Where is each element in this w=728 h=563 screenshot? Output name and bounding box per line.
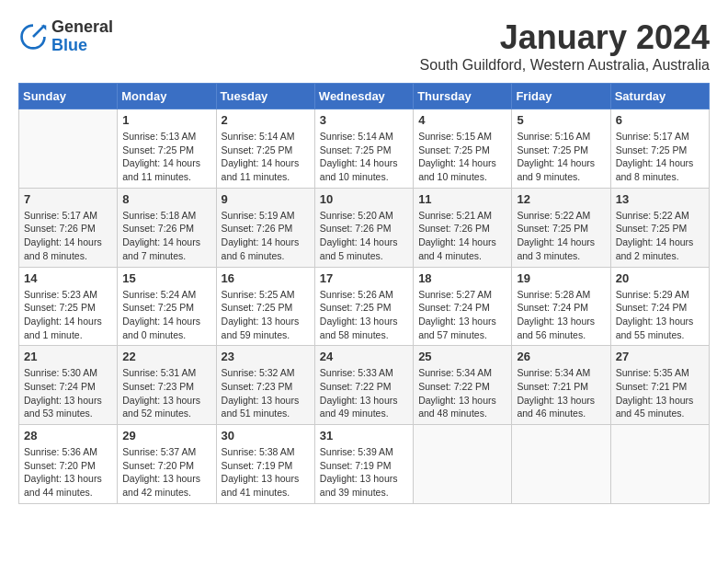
day-info: Sunrise: 5:22 AM Sunset: 7:25 PM Dayligh… — [517, 209, 605, 263]
header-thursday: Thursday — [414, 84, 512, 109]
calendar-week-3: 14Sunrise: 5:23 AM Sunset: 7:25 PM Dayli… — [19, 267, 710, 346]
calendar-cell: 26Sunrise: 5:34 AM Sunset: 7:21 PM Dayli… — [512, 346, 610, 425]
calendar-week-2: 7Sunrise: 5:17 AM Sunset: 7:26 PM Daylig… — [19, 188, 710, 267]
calendar-cell: 4Sunrise: 5:15 AM Sunset: 7:25 PM Daylig… — [414, 109, 512, 189]
day-info: Sunrise: 5:15 AM Sunset: 7:25 PM Dayligh… — [418, 130, 506, 184]
calendar-cell — [414, 425, 512, 504]
logo: General Blue — [18, 18, 113, 55]
header-tuesday: Tuesday — [216, 84, 314, 109]
day-number: 18 — [418, 271, 506, 285]
calendar-cell: 27Sunrise: 5:35 AM Sunset: 7:21 PM Dayli… — [610, 346, 709, 425]
header-friday: Friday — [512, 84, 610, 109]
calendar-cell: 14Sunrise: 5:23 AM Sunset: 7:25 PM Dayli… — [19, 267, 118, 346]
day-number: 19 — [517, 271, 605, 285]
calendar-cell: 5Sunrise: 5:16 AM Sunset: 7:25 PM Daylig… — [512, 109, 610, 189]
day-number: 16 — [222, 271, 310, 285]
calendar-cell: 8Sunrise: 5:18 AM Sunset: 7:26 PM Daylig… — [118, 188, 216, 267]
day-info: Sunrise: 5:26 AM Sunset: 7:25 PM Dayligh… — [320, 288, 408, 342]
day-number: 14 — [24, 271, 112, 285]
header-sunday: Sunday — [19, 84, 118, 109]
day-number: 29 — [122, 429, 210, 442]
day-number: 11 — [418, 192, 506, 206]
day-number: 20 — [616, 271, 704, 285]
calendar-cell: 19Sunrise: 5:28 AM Sunset: 7:24 PM Dayli… — [512, 267, 610, 346]
day-info: Sunrise: 5:27 AM Sunset: 7:24 PM Dayligh… — [418, 288, 506, 342]
day-number: 8 — [122, 192, 210, 206]
calendar-header: SundayMondayTuesdayWednesdayThursdayFrid… — [19, 84, 710, 109]
day-number: 1 — [122, 113, 210, 127]
day-info: Sunrise: 5:14 AM Sunset: 7:25 PM Dayligh… — [320, 130, 408, 184]
header-saturday: Saturday — [610, 84, 709, 109]
calendar-cell: 30Sunrise: 5:38 AM Sunset: 7:19 PM Dayli… — [216, 425, 314, 504]
calendar-cell: 10Sunrise: 5:20 AM Sunset: 7:26 PM Dayli… — [314, 188, 413, 267]
day-info: Sunrise: 5:17 AM Sunset: 7:26 PM Dayligh… — [24, 209, 112, 263]
day-info: Sunrise: 5:21 AM Sunset: 7:26 PM Dayligh… — [418, 209, 506, 263]
calendar-cell: 13Sunrise: 5:22 AM Sunset: 7:25 PM Dayli… — [610, 188, 709, 267]
day-number: 3 — [320, 113, 408, 127]
day-number: 12 — [517, 192, 605, 206]
day-info: Sunrise: 5:17 AM Sunset: 7:25 PM Dayligh… — [616, 130, 704, 184]
day-number: 17 — [320, 271, 408, 285]
day-number: 21 — [24, 350, 112, 363]
calendar-table: SundayMondayTuesdayWednesdayThursdayFrid… — [18, 83, 710, 504]
day-info: Sunrise: 5:14 AM Sunset: 7:25 PM Dayligh… — [222, 130, 310, 184]
calendar-cell: 2Sunrise: 5:14 AM Sunset: 7:25 PM Daylig… — [216, 109, 314, 189]
calendar-cell: 21Sunrise: 5:30 AM Sunset: 7:24 PM Dayli… — [19, 346, 118, 425]
day-info: Sunrise: 5:35 AM Sunset: 7:21 PM Dayligh… — [616, 366, 704, 420]
calendar-cell: 23Sunrise: 5:32 AM Sunset: 7:23 PM Dayli… — [216, 346, 314, 425]
calendar-cell — [610, 425, 709, 504]
calendar-cell — [512, 425, 610, 504]
day-number: 22 — [122, 350, 210, 363]
calendar-cell: 29Sunrise: 5:37 AM Sunset: 7:20 PM Dayli… — [118, 425, 216, 504]
day-number: 6 — [616, 113, 704, 127]
day-number: 26 — [517, 350, 605, 363]
day-info: Sunrise: 5:16 AM Sunset: 7:25 PM Dayligh… — [517, 130, 605, 184]
day-info: Sunrise: 5:34 AM Sunset: 7:22 PM Dayligh… — [418, 366, 506, 420]
day-info: Sunrise: 5:13 AM Sunset: 7:25 PM Dayligh… — [122, 130, 210, 184]
header-wednesday: Wednesday — [314, 84, 413, 109]
day-number: 10 — [320, 192, 408, 206]
calendar-cell: 11Sunrise: 5:21 AM Sunset: 7:26 PM Dayli… — [414, 188, 512, 267]
day-number: 28 — [24, 429, 112, 442]
calendar-cell — [19, 109, 118, 189]
calendar-cell: 25Sunrise: 5:34 AM Sunset: 7:22 PM Dayli… — [414, 346, 512, 425]
day-info: Sunrise: 5:25 AM Sunset: 7:25 PM Dayligh… — [222, 288, 310, 342]
title-block: January 2024 South Guildford, Western Au… — [420, 18, 710, 74]
day-info: Sunrise: 5:37 AM Sunset: 7:20 PM Dayligh… — [122, 445, 210, 500]
day-info: Sunrise: 5:18 AM Sunset: 7:26 PM Dayligh… — [122, 209, 210, 263]
calendar-week-4: 21Sunrise: 5:30 AM Sunset: 7:24 PM Dayli… — [19, 346, 710, 425]
day-number: 30 — [222, 429, 310, 442]
day-number: 24 — [320, 350, 408, 363]
day-info: Sunrise: 5:31 AM Sunset: 7:23 PM Dayligh… — [122, 366, 210, 420]
day-info: Sunrise: 5:28 AM Sunset: 7:24 PM Dayligh… — [517, 288, 605, 342]
calendar-cell: 16Sunrise: 5:25 AM Sunset: 7:25 PM Dayli… — [216, 267, 314, 346]
day-number: 15 — [122, 271, 210, 285]
day-info: Sunrise: 5:24 AM Sunset: 7:25 PM Dayligh… — [122, 288, 210, 342]
day-number: 31 — [320, 429, 408, 442]
day-number: 25 — [418, 350, 506, 363]
day-info: Sunrise: 5:29 AM Sunset: 7:24 PM Dayligh… — [616, 288, 704, 342]
day-number: 27 — [616, 350, 704, 363]
header-monday: Monday — [118, 84, 216, 109]
day-number: 23 — [222, 350, 310, 363]
calendar-cell: 3Sunrise: 5:14 AM Sunset: 7:25 PM Daylig… — [314, 109, 413, 189]
calendar-cell: 6Sunrise: 5:17 AM Sunset: 7:25 PM Daylig… — [610, 109, 709, 189]
day-info: Sunrise: 5:38 AM Sunset: 7:19 PM Dayligh… — [222, 445, 310, 500]
calendar-cell: 28Sunrise: 5:36 AM Sunset: 7:20 PM Dayli… — [19, 425, 118, 504]
day-number: 2 — [222, 113, 310, 127]
calendar-cell: 15Sunrise: 5:24 AM Sunset: 7:25 PM Dayli… — [118, 267, 216, 346]
day-info: Sunrise: 5:36 AM Sunset: 7:20 PM Dayligh… — [24, 445, 112, 500]
day-info: Sunrise: 5:39 AM Sunset: 7:19 PM Dayligh… — [320, 445, 408, 500]
calendar-cell: 7Sunrise: 5:17 AM Sunset: 7:26 PM Daylig… — [19, 188, 118, 267]
day-number: 9 — [222, 192, 310, 206]
day-info: Sunrise: 5:32 AM Sunset: 7:23 PM Dayligh… — [222, 366, 310, 420]
calendar-cell: 9Sunrise: 5:19 AM Sunset: 7:26 PM Daylig… — [216, 188, 314, 267]
day-number: 7 — [24, 192, 112, 206]
calendar-cell: 1Sunrise: 5:13 AM Sunset: 7:25 PM Daylig… — [118, 109, 216, 189]
calendar-cell: 31Sunrise: 5:39 AM Sunset: 7:19 PM Dayli… — [314, 425, 413, 504]
calendar-week-5: 28Sunrise: 5:36 AM Sunset: 7:20 PM Dayli… — [19, 425, 710, 504]
day-info: Sunrise: 5:23 AM Sunset: 7:25 PM Dayligh… — [24, 288, 112, 342]
page-header: General Blue January 2024 South Guildfor… — [18, 18, 710, 74]
calendar-cell: 17Sunrise: 5:26 AM Sunset: 7:25 PM Dayli… — [314, 267, 413, 346]
calendar-week-1: 1Sunrise: 5:13 AM Sunset: 7:25 PM Daylig… — [19, 109, 710, 189]
